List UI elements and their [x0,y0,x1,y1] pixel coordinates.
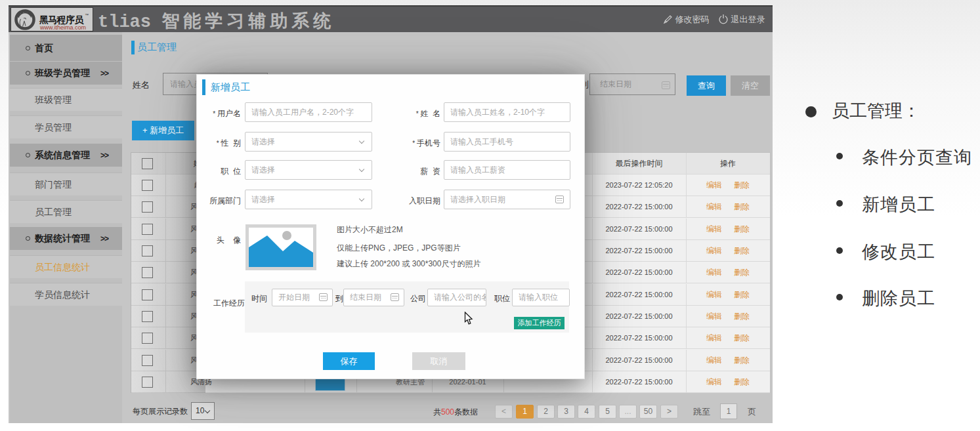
svg-text:黑马程序员: 黑马程序员 [39,14,84,25]
svg-text:www.itheima.com: www.itheima.com [39,24,86,31]
svg-text:™: ™ [85,13,89,17]
